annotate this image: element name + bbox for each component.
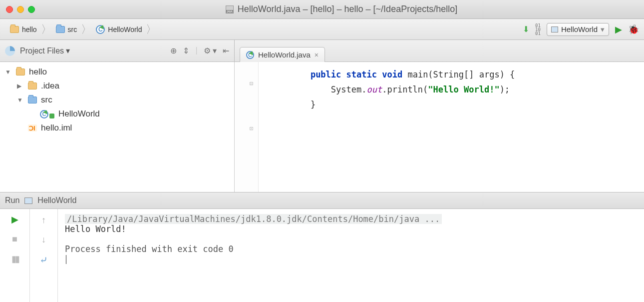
editor-tab-bar: C HelloWorld.java × — [235, 40, 644, 62]
project-tree: ▼ hello ▶ .idea ▼ src C HelloWorld ϽI he… — [0, 62, 235, 192]
tree-label: src — [41, 95, 52, 105]
application-icon — [551, 26, 558, 32]
expand-arrow-icon[interactable]: ▶ — [17, 82, 24, 90]
stop-button[interactable]: ■ — [12, 234, 17, 244]
binary-icon: 011001 — [535, 24, 541, 36]
console-cursor — [65, 254, 637, 264]
scroll-down-icon[interactable]: ↓ — [41, 234, 46, 245]
zoom-window-button[interactable] — [28, 6, 35, 13]
tree-label: HelloWorld — [58, 109, 100, 119]
tree-label: hello.iml — [41, 123, 72, 133]
console-area: ▶ ■ ▮▮ ↑ ↓ ⤶ /Library/Java/JavaVirtualMa… — [0, 209, 644, 302]
console-output[interactable]: /Library/Java/JavaVirtualMachines/jdk1.8… — [58, 209, 644, 302]
dropdown-arrow-icon: ▾ — [601, 25, 605, 34]
window-controls — [6, 6, 35, 13]
console-exit-line: Process finished with exit code 0 — [65, 244, 637, 254]
tree-node-src[interactable]: ▼ src — [0, 93, 234, 107]
class-icon: C — [96, 25, 105, 34]
application-icon — [24, 198, 32, 204]
folder-icon — [10, 26, 19, 33]
editor-gutter[interactable]: ⊟ ⊡ — [235, 62, 259, 192]
expand-arrow-icon[interactable]: ▼ — [17, 96, 24, 104]
run-tool-target: HelloWorld — [37, 196, 76, 205]
run-controls: ▶ ■ ▮▮ — [0, 209, 30, 302]
breadcrumb-item-project[interactable]: hello — [5, 22, 42, 38]
source-folder-icon — [56, 26, 65, 33]
editor-tab-label: HelloWorld.java — [258, 50, 311, 59]
runnable-badge-icon — [49, 114, 54, 118]
run-config-name: HelloWorld — [561, 25, 598, 34]
titlebar: HelloWorld.java – [hello] – hello – [~/I… — [0, 0, 644, 19]
breadcrumb-separator-icon: 〉 — [81, 22, 92, 37]
breadcrumb-separator-icon: 〉 — [41, 22, 52, 37]
breadcrumb-item-class[interactable]: C HelloWorld — [91, 22, 147, 38]
collapse-all-icon[interactable]: ⇕ — [183, 46, 189, 56]
tree-label: .idea — [41, 81, 59, 91]
project-view-label: Project Files — [20, 46, 64, 55]
make-project-button[interactable]: ⬇ — [523, 24, 529, 34]
project-view-selector[interactable]: Project Files ▾ — [20, 46, 70, 56]
window-title: HelloWorld.java – [hello] – hello – [~/I… — [238, 4, 457, 14]
tool-row: Project Files ▾ ⊕ ⇕ | ⚙ ▾ ⇤ C HelloWorld… — [0, 40, 644, 62]
tree-node-class[interactable]: C HelloWorld — [0, 107, 234, 121]
iml-file-icon: ϽI — [28, 124, 37, 132]
run-button[interactable]: ▶ — [615, 24, 622, 35]
project-toolbar: ⊕ ⇕ | ⚙ ▾ ⇤ — [170, 46, 229, 56]
main-split: ▼ hello ▶ .idea ▼ src C HelloWorld ϽI he… — [0, 62, 644, 192]
breadcrumb-item-src[interactable]: src — [51, 22, 82, 38]
console-output-line: Hello World! — [65, 224, 637, 234]
editor-tab[interactable]: C HelloWorld.java × — [240, 47, 325, 62]
settings-gear-icon[interactable]: ⚙ ▾ — [204, 46, 217, 56]
project-view-icon — [5, 46, 15, 56]
console-controls: ↑ ↓ ⤶ — [30, 209, 58, 302]
tree-node-idea[interactable]: ▶ .idea — [0, 79, 234, 93]
folder-icon — [16, 68, 25, 76]
breadcrumb: hello 〉 src 〉 C HelloWorld 〉 — [5, 19, 156, 40]
rerun-button[interactable]: ▶ — [11, 214, 18, 225]
tree-node-iml[interactable]: ϽI hello.iml — [0, 121, 234, 135]
java-file-icon — [226, 6, 234, 14]
class-icon: C — [246, 51, 254, 59]
breadcrumb-label: HelloWorld — [108, 26, 142, 34]
class-icon: C — [40, 110, 48, 118]
close-tab-button[interactable]: × — [315, 51, 319, 59]
expand-arrow-icon[interactable]: ▼ — [5, 68, 12, 76]
code-line: System.out.println("Hello World!"); — [235, 82, 644, 97]
soft-wrap-icon[interactable]: ⤶ — [39, 254, 48, 266]
hide-panel-icon[interactable]: ⇤ — [223, 46, 229, 56]
run-tool-window-header[interactable]: Run HelloWorld — [0, 192, 644, 209]
dropdown-arrow-icon: ▾ — [66, 46, 70, 55]
tree-node-project[interactable]: ▼ hello — [0, 65, 234, 79]
breadcrumb-label: src — [68, 26, 77, 34]
window-title-group: HelloWorld.java – [hello] – hello – [~/I… — [45, 4, 638, 14]
navigation-bar: hello 〉 src 〉 C HelloWorld 〉 ⬇ 011001 He… — [0, 19, 644, 40]
toolbar-right: ⬇ 011001 HelloWorld ▾ ▶ 🐞 — [523, 23, 639, 36]
console-command-line: /Library/Java/JavaVirtualMachines/jdk1.8… — [65, 214, 442, 224]
run-config-selector[interactable]: HelloWorld ▾ — [547, 23, 609, 36]
minimize-window-button[interactable] — [17, 6, 24, 13]
run-tool-label: Run — [5, 196, 19, 205]
close-window-button[interactable] — [6, 6, 13, 13]
tree-label: hello — [29, 67, 47, 77]
folder-icon — [28, 82, 37, 90]
project-panel-header: Project Files ▾ ⊕ ⇕ | ⚙ ▾ ⇤ — [0, 40, 235, 62]
fold-marker-icon[interactable]: ⊡ — [250, 125, 253, 132]
code-line: public static void main(String[] args) { — [235, 67, 644, 82]
breadcrumb-label: hello — [22, 26, 37, 34]
source-folder-icon — [28, 96, 37, 104]
pause-button[interactable]: ▮▮ — [11, 254, 18, 264]
code-line: } — [235, 97, 644, 112]
breadcrumb-separator-icon: 〉 — [146, 22, 157, 37]
code-editor[interactable]: ⊟ ⊡ public static void main(String[] arg… — [235, 62, 644, 192]
scroll-to-source-icon[interactable]: ⊕ — [170, 46, 177, 56]
fold-marker-icon[interactable]: ⊟ — [250, 80, 253, 87]
debug-button[interactable]: 🐞 — [628, 24, 639, 35]
scroll-up-icon[interactable]: ↑ — [41, 215, 46, 226]
